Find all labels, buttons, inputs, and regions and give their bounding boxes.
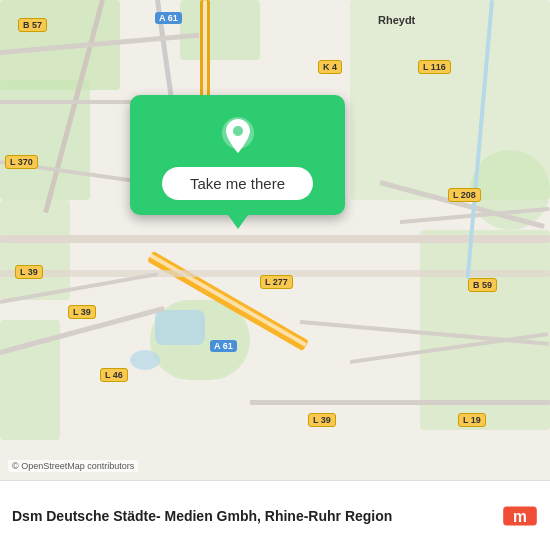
road-label-l46: L 46 xyxy=(100,368,128,382)
road-label-l277: L 277 xyxy=(260,275,293,289)
road-label-l39-2: L 39 xyxy=(68,305,96,319)
moovit-logo: m xyxy=(502,498,538,534)
road-label-l208: L 208 xyxy=(448,188,481,202)
road-label-l39-1: L 39 xyxy=(15,265,43,279)
road-label-a61-bottom: A 61 xyxy=(210,340,237,352)
road-label-k4: K 4 xyxy=(318,60,342,74)
location-pin-icon xyxy=(216,115,260,159)
road-label-l116: L 116 xyxy=(418,60,451,74)
location-popup: Take me there xyxy=(130,95,345,215)
city-label-rheydt: Rheydt xyxy=(378,14,415,26)
road-label-l39-3: L 39 xyxy=(308,413,336,427)
svg-text:m: m xyxy=(513,508,527,525)
location-name: Dsm Deutsche Städte- Medien Gmbh, Rhine-… xyxy=(12,508,502,524)
take-me-there-button[interactable]: Take me there xyxy=(162,167,313,200)
road-label-l19: L 19 xyxy=(458,413,486,427)
road-label-b59: B 59 xyxy=(468,278,497,292)
footer: Dsm Deutsche Städte- Medien Gmbh, Rhine-… xyxy=(0,480,550,550)
road-label-b57: B 57 xyxy=(18,18,47,32)
map-container: B 57 A 61 K 4 L 116 L 370 L 37 L 208 L 3… xyxy=(0,0,550,480)
road-label-l370: L 370 xyxy=(5,155,38,169)
map-attribution: © OpenStreetMap contributors xyxy=(8,460,138,472)
road-label-a61-top: A 61 xyxy=(155,12,182,24)
